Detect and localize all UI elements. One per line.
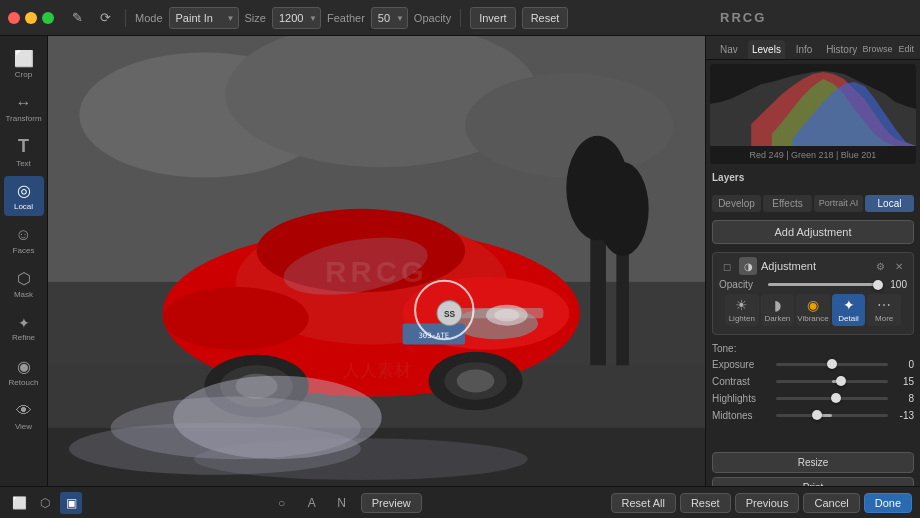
midtones-row: Midtones -13 (712, 409, 914, 421)
svg-text:RRCG: RRCG (325, 256, 428, 288)
contrast-slider[interactable] (776, 375, 888, 387)
size-dropdown-wrap[interactable]: 1200 800 400 ▼ (272, 7, 321, 29)
crop-label: Crop (15, 70, 32, 79)
resize-button[interactable]: Resize (712, 452, 914, 473)
feather-select[interactable]: 50 25 75 (371, 7, 408, 29)
bottom-left-icons: ⬜ ⬡ ▣ (8, 492, 82, 514)
tool-view[interactable]: 👁 View (4, 396, 44, 436)
exposure-label: Exposure (712, 359, 772, 370)
adjustment-layer: ◻ ◑ Adjustment ⚙ ✕ Opacity 100 (712, 252, 914, 335)
bottom-icon-monitor[interactable]: ⬜ (8, 492, 30, 514)
tab-history[interactable]: History (823, 40, 861, 59)
main-layout: ⬜ Crop ↔ Transform T Text ◎ Local ☺ Face… (0, 36, 920, 486)
contrast-thumb[interactable] (836, 376, 846, 386)
canvas-area[interactable]: 303·ATE SS RRCG 人人素材 (48, 36, 705, 486)
side-actions: Resize Print Share Export (706, 450, 920, 486)
tool-local[interactable]: ◎ Local (4, 176, 44, 216)
tool-mask[interactable]: ⬡ Mask (4, 264, 44, 304)
panel-scroll[interactable]: Red 249 | Green 218 | Blue 201 Layers De… (706, 60, 920, 486)
adj-tool-lighten[interactable]: ☀ Lighten (725, 294, 759, 326)
mode-dropdown-wrap[interactable]: Paint In Paint Out ▼ (169, 7, 239, 29)
tool-transform[interactable]: ↔ Transform (4, 88, 44, 128)
tab-edit[interactable]: Edit (897, 40, 917, 59)
tool-refine[interactable]: ✦ Refine (4, 308, 44, 348)
layer-tab-develop[interactable]: Develop (712, 195, 761, 212)
right-top-tabs: Nav Levels Info History Browse Edit (706, 36, 920, 60)
bottom-right-btns: Reset All Reset Previous Cancel Done (611, 493, 913, 513)
canvas-image: 303·ATE SS RRCG 人人素材 (48, 36, 705, 486)
exposure-slider[interactable] (776, 358, 888, 370)
highlights-thumb[interactable] (831, 393, 841, 403)
svg-point-23 (457, 369, 495, 392)
contrast-label: Contrast (712, 376, 772, 387)
histogram-svg (710, 64, 916, 146)
adj-visibility-toggle[interactable]: ◻ (719, 258, 735, 274)
tab-nav[interactable]: Nav (710, 40, 748, 59)
tool-icon-2[interactable]: ⟳ (94, 7, 116, 29)
bottom-icon-left[interactable]: ○ (271, 492, 293, 514)
highlights-slider[interactable] (776, 392, 888, 404)
bottom-bar: ⬜ ⬡ ▣ ○ A N Preview Reset All Reset Prev… (0, 486, 920, 518)
bottom-icon-a[interactable]: A (301, 492, 323, 514)
adj-gear-icon[interactable]: ⚙ (872, 258, 888, 274)
bottom-icon-layers[interactable]: ▣ (60, 492, 82, 514)
highlights-value: 8 (892, 393, 914, 404)
preview-button[interactable]: Preview (361, 493, 422, 513)
adj-tool-vibrance[interactable]: ◉ Vibrance (796, 294, 830, 326)
close-button[interactable] (8, 12, 20, 24)
adj-close-icon[interactable]: ✕ (891, 258, 907, 274)
size-select[interactable]: 1200 800 400 (272, 7, 321, 29)
layer-tab-portrait[interactable]: Portrait AI (814, 195, 863, 212)
feather-dropdown-wrap[interactable]: 50 25 75 ▼ (371, 7, 408, 29)
tab-levels[interactable]: Levels (748, 40, 786, 59)
darken-label: Darken (764, 314, 790, 323)
size-label: Size (245, 12, 266, 24)
midtones-slider[interactable] (776, 409, 888, 421)
top-bar: ✎ ⟳ Mode Paint In Paint Out ▼ Size 1200 … (0, 0, 920, 36)
exposure-thumb[interactable] (827, 359, 837, 369)
adj-tool-more[interactable]: ⋯ More (867, 294, 901, 326)
layer-tab-effects[interactable]: Effects (763, 195, 812, 212)
svg-point-27 (194, 438, 528, 480)
refine-icon: ✦ (18, 315, 30, 331)
done-button[interactable]: Done (864, 493, 912, 513)
opacity-label: Opacity (719, 279, 764, 290)
opacity-row: Opacity 100 (719, 279, 907, 290)
tool-faces[interactable]: ☺ Faces (4, 220, 44, 260)
opacity-slider-thumb[interactable] (873, 280, 883, 290)
layers-label: Layers (712, 172, 914, 183)
mode-label: Mode (135, 12, 163, 24)
view-label: View (15, 422, 32, 431)
mode-select[interactable]: Paint In Paint Out (169, 7, 239, 29)
reset-button-2[interactable]: Reset (680, 493, 731, 513)
tool-crop[interactable]: ⬜ Crop (4, 44, 44, 84)
reset-button[interactable]: Reset (522, 7, 569, 29)
previous-button[interactable]: Previous (735, 493, 800, 513)
midtones-track (776, 414, 888, 417)
tab-info[interactable]: Info (785, 40, 823, 59)
opacity-slider-track[interactable] (768, 283, 878, 286)
reset-all-button[interactable]: Reset All (611, 493, 676, 513)
tab-browse[interactable]: Browse (861, 40, 895, 59)
tool-text[interactable]: T Text (4, 132, 44, 172)
maximize-button[interactable] (42, 12, 54, 24)
highlights-track (776, 397, 888, 400)
print-button[interactable]: Print (712, 477, 914, 486)
invert-button[interactable]: Invert (470, 7, 516, 29)
adj-layer-actions: ⚙ ✕ (872, 258, 907, 274)
add-adjustment-button[interactable]: Add Adjustment (712, 220, 914, 244)
adj-tool-darken[interactable]: ◗ Darken (761, 294, 795, 326)
tool-icon-1[interactable]: ✎ (66, 7, 88, 29)
midtones-label: Midtones (712, 410, 772, 421)
tool-retouch[interactable]: ◉ Retouch (4, 352, 44, 392)
cancel-button[interactable]: Cancel (803, 493, 859, 513)
minimize-button[interactable] (25, 12, 37, 24)
layer-tab-local[interactable]: Local (865, 195, 914, 212)
lighten-label: Lighten (729, 314, 755, 323)
adj-tools-row: ☀ Lighten ◗ Darken ◉ Vibrance ✦ Detail (725, 294, 901, 326)
bottom-icon-crop2[interactable]: ⬡ (34, 492, 56, 514)
adj-tool-detail[interactable]: ✦ Detail (832, 294, 866, 326)
midtones-thumb[interactable] (812, 410, 822, 420)
bottom-icon-n[interactable]: N (331, 492, 353, 514)
adj-layer-header: ◻ ◑ Adjustment ⚙ ✕ (719, 257, 907, 275)
